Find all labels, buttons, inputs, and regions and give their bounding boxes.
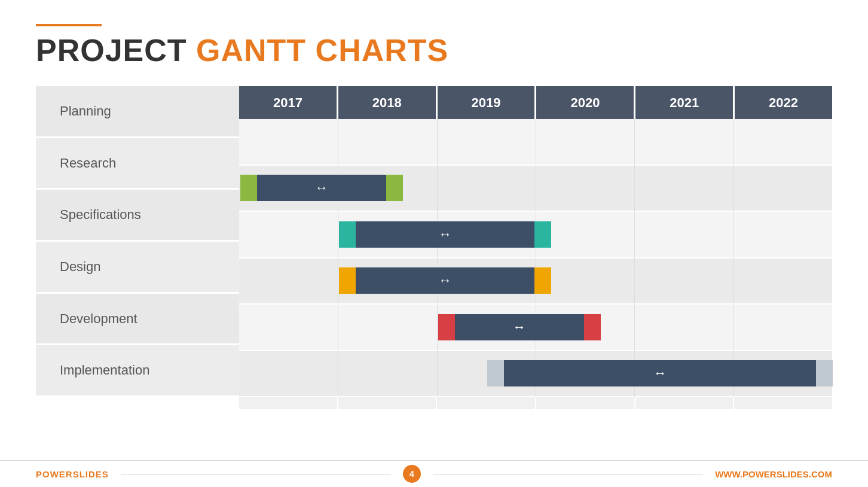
shadow-4: [536, 397, 634, 409]
slide: PROJECT GANTT CHARTS Planning Research S…: [0, 0, 868, 487]
shadow-5: [635, 397, 733, 409]
row-label-specifications: Specifications: [36, 190, 239, 242]
research-left-marker: [240, 175, 257, 201]
year-2021: 2021: [635, 86, 733, 119]
footer-brand: POWERSLIDES: [36, 469, 109, 479]
impl-right-marker: [816, 360, 833, 386]
chart-container: Planning Research Specifications Design …: [36, 86, 832, 397]
year-2017: 2017: [239, 86, 337, 119]
design-arrow: ↔: [439, 273, 452, 288]
shadow-6: [734, 397, 832, 409]
spec-left-marker: [339, 221, 356, 248]
spec-right-marker: [534, 221, 551, 248]
research-bar: ↔: [247, 175, 396, 201]
vgrid-1: [338, 119, 338, 397]
grid-area: 2017 2018 2019 2020 2021 2022: [239, 86, 832, 397]
design-right-marker: [534, 267, 551, 294]
column-shadows: [239, 397, 832, 409]
shadow-3: [437, 397, 535, 409]
design-left-marker: [339, 267, 356, 294]
research-arrow: ↔: [315, 180, 328, 196]
row-labels: Planning Research Specifications Design …: [36, 86, 239, 397]
title-project: PROJECT: [36, 33, 187, 68]
spec-arrow: ↔: [439, 227, 452, 242]
shadow-2: [338, 397, 436, 409]
footer-divider-left: [121, 474, 391, 474]
vgrid-3: [536, 119, 536, 397]
footer-divider-right: [433, 474, 703, 474]
shadow-1: [239, 397, 337, 409]
vgrid-2: [437, 119, 438, 397]
year-2018: 2018: [338, 86, 436, 119]
row-label-design: Design: [36, 242, 239, 294]
dev-left-marker: [438, 314, 455, 340]
footer-brand-bold: POWER: [36, 469, 73, 479]
vgrid-4: [634, 119, 635, 397]
impl-arrow: ↔: [653, 366, 667, 381]
slide-title: PROJECT GANTT CHARTS: [36, 32, 832, 68]
dev-bar: ↔: [445, 314, 594, 340]
year-2019: 2019: [438, 86, 535, 119]
dev-arrow: ↔: [513, 319, 526, 335]
dev-right-marker: [584, 314, 601, 340]
page-number: 4: [403, 465, 421, 483]
footer-website: WWW.POWERSLIDES.COM: [715, 469, 832, 479]
row-label-implementation: Implementation: [36, 345, 239, 397]
row-label-development: Development: [36, 294, 239, 346]
title-gantt: GANTT CHARTS: [187, 33, 449, 68]
spec-bar: ↔: [346, 221, 544, 248]
design-bar: ↔: [346, 267, 544, 294]
impl-left-marker: [487, 360, 504, 386]
impl-bar: ↔: [494, 360, 826, 386]
research-right-marker: [386, 175, 403, 201]
gantt-rows: ↔ ↔ ↔: [239, 119, 832, 397]
header-accent-line: [36, 24, 102, 26]
row-label-research: Research: [36, 138, 239, 190]
year-headers: 2017 2018 2019 2020 2021 2022: [239, 86, 832, 119]
year-2020: 2020: [536, 86, 634, 119]
year-2022: 2022: [735, 86, 832, 119]
row-label-planning: Planning: [36, 86, 239, 138]
footer-brand-normal: SLIDES: [73, 469, 109, 479]
vgrid-5: [733, 119, 734, 397]
footer: POWERSLIDES 4 WWW.POWERSLIDES.COM: [0, 460, 868, 487]
